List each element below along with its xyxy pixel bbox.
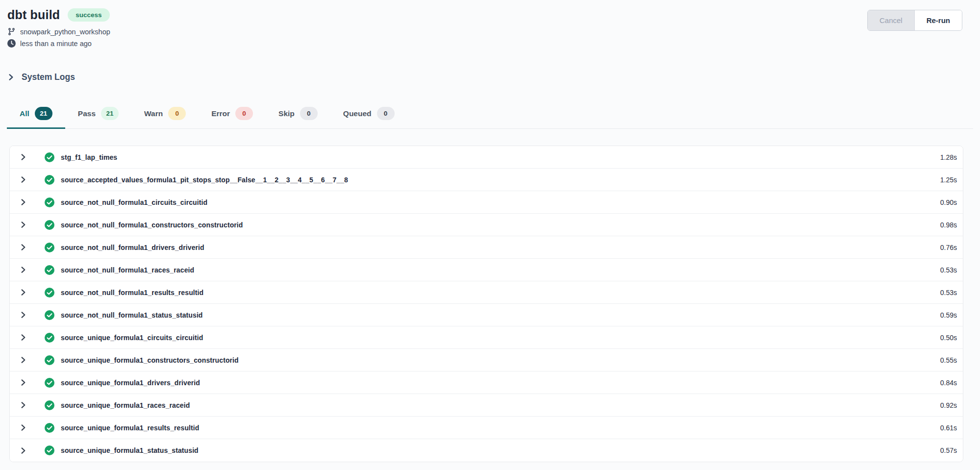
result-row[interactable]: source_unique_formula1_drivers_driverid … <box>10 371 963 394</box>
tab[interactable]: Warn 0 <box>131 101 199 129</box>
run-header: dbt build success Cancel Re-run snowpark… <box>0 0 980 48</box>
run-results-list: stg_f1_lap_times 1.28s source_accepted_v… <box>9 146 963 462</box>
page-title: dbt build <box>7 8 60 22</box>
result-duration: 0.98s <box>940 221 957 229</box>
time-ago: less than a minute ago <box>20 40 92 48</box>
success-check-icon <box>45 288 54 297</box>
tab[interactable]: Queued 0 <box>330 101 407 129</box>
expand-chevron-icon[interactable] <box>20 311 27 319</box>
success-check-icon <box>45 423 54 433</box>
result-name: source_not_null_formula1_constructors_co… <box>61 221 243 229</box>
success-check-icon <box>45 355 54 365</box>
tab-count-badge: 0 <box>377 107 395 120</box>
success-check-icon <box>45 152 54 162</box>
tab-count-badge: 21 <box>101 107 119 120</box>
result-row[interactable]: source_unique_formula1_constructors_cons… <box>10 349 963 371</box>
tab-count-badge: 21 <box>35 107 52 120</box>
time-row: less than a minute ago <box>7 39 962 48</box>
branch-row: snowpark_python_workshop <box>7 27 962 36</box>
result-duration: 0.61s <box>940 424 957 432</box>
result-duration: 0.50s <box>940 334 957 342</box>
result-row[interactable]: source_unique_formula1_races_raceid 0.92… <box>10 394 963 417</box>
expand-chevron-icon[interactable] <box>20 379 27 386</box>
tab[interactable]: All 21 <box>7 101 65 129</box>
result-row[interactable]: source_not_null_formula1_status_statusid… <box>10 304 963 326</box>
result-name: source_unique_formula1_status_statusid <box>61 446 199 454</box>
result-row[interactable]: stg_f1_lap_times 1.28s <box>10 146 963 169</box>
clock-icon <box>7 39 16 48</box>
result-duration: 0.57s <box>940 446 957 454</box>
result-name: source_not_null_formula1_status_statusid <box>61 311 203 319</box>
tab-count-badge: 0 <box>300 107 318 120</box>
tab-label: Queued <box>343 109 372 118</box>
tab-label: All <box>20 109 29 118</box>
result-duration: 0.53s <box>940 289 957 297</box>
success-check-icon <box>45 220 54 230</box>
result-row[interactable]: source_unique_formula1_circuits_circuiti… <box>10 326 963 349</box>
result-name: source_accepted_values_formula1_pit_stop… <box>61 176 348 184</box>
success-check-icon <box>45 243 54 252</box>
result-name: stg_f1_lap_times <box>61 153 117 161</box>
tab-label: Pass <box>78 109 96 118</box>
result-row[interactable]: source_not_null_formula1_circuits_circui… <box>10 191 963 214</box>
success-check-icon <box>45 378 54 388</box>
tab-count-badge: 0 <box>168 107 186 120</box>
success-check-icon <box>45 265 54 275</box>
expand-chevron-icon[interactable] <box>20 266 27 273</box>
tab-label: Skip <box>278 109 295 118</box>
expand-chevron-icon[interactable] <box>20 289 27 296</box>
result-name: source_unique_formula1_results_resultid <box>61 424 199 432</box>
result-duration: 0.92s <box>940 401 957 409</box>
system-logs-toggle[interactable]: System Logs <box>7 72 75 82</box>
expand-chevron-icon[interactable] <box>20 356 27 364</box>
success-check-icon <box>45 333 54 343</box>
result-name: source_not_null_formula1_drivers_driveri… <box>61 244 204 251</box>
expand-chevron-icon[interactable] <box>20 424 27 431</box>
result-row[interactable]: source_not_null_formula1_results_resulti… <box>10 281 963 304</box>
title-row: dbt build success <box>7 8 962 22</box>
tab[interactable]: Error 0 <box>199 101 266 129</box>
result-duration: 0.55s <box>940 356 957 364</box>
tab[interactable]: Skip 0 <box>266 101 330 129</box>
result-row[interactable]: source_unique_formula1_results_resultid … <box>10 417 963 439</box>
expand-chevron-icon[interactable] <box>20 176 27 183</box>
status-badge: success <box>68 8 109 22</box>
expand-chevron-icon[interactable] <box>20 221 27 228</box>
tab-label: Error <box>211 109 230 118</box>
result-row[interactable]: source_not_null_formula1_races_raceid 0.… <box>10 259 963 281</box>
expand-chevron-icon[interactable] <box>20 198 27 206</box>
result-duration: 0.90s <box>940 198 957 206</box>
tab[interactable]: Pass 21 <box>65 101 131 129</box>
expand-chevron-icon[interactable] <box>20 447 27 454</box>
result-name: source_not_null_formula1_results_resulti… <box>61 289 203 297</box>
run-actions: Cancel Re-run <box>867 10 962 31</box>
result-duration: 1.28s <box>940 153 957 161</box>
success-check-icon <box>45 175 54 185</box>
success-check-icon <box>45 445 54 455</box>
expand-chevron-icon[interactable] <box>20 334 27 341</box>
rerun-button[interactable]: Re-run <box>915 10 962 30</box>
result-duration: 0.53s <box>940 266 957 274</box>
result-name: source_unique_formula1_constructors_cons… <box>61 356 239 364</box>
expand-chevron-icon[interactable] <box>20 401 27 409</box>
result-row[interactable]: source_not_null_formula1_constructors_co… <box>10 214 963 236</box>
chevron-right-icon[interactable] <box>7 74 15 81</box>
result-duration: 1.25s <box>940 176 957 184</box>
tab-label: Warn <box>144 109 163 118</box>
result-row[interactable]: source_unique_formula1_status_statusid 0… <box>10 439 963 462</box>
result-name: source_unique_formula1_drivers_driverid <box>61 379 200 387</box>
cancel-button[interactable]: Cancel <box>868 10 915 30</box>
branch-name: snowpark_python_workshop <box>20 28 110 36</box>
result-name: source_unique_formula1_races_raceid <box>61 401 190 409</box>
result-name: source_not_null_formula1_circuits_circui… <box>61 198 207 206</box>
expand-chevron-icon[interactable] <box>20 153 27 161</box>
result-name: source_not_null_formula1_races_raceid <box>61 266 194 274</box>
result-row[interactable]: source_not_null_formula1_drivers_driveri… <box>10 236 963 259</box>
success-check-icon <box>45 198 54 207</box>
status-filter-tabs: All 21 Pass 21 Warn 0 Error 0 Skip 0 Que… <box>7 101 973 129</box>
git-branch-icon <box>7 27 16 36</box>
result-duration: 0.59s <box>940 311 957 319</box>
result-row[interactable]: source_accepted_values_formula1_pit_stop… <box>10 169 963 191</box>
expand-chevron-icon[interactable] <box>20 244 27 251</box>
success-check-icon <box>45 400 54 410</box>
